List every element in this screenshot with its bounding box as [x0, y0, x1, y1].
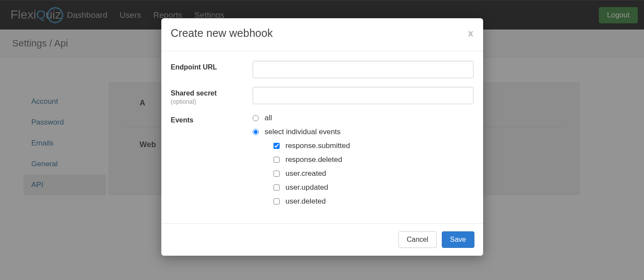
row-events: Events all select individual events resp…	[171, 114, 474, 211]
secret-optional-text: (optional)	[171, 98, 253, 105]
modal-overlay: Create new webhook x Endpoint URL Shared…	[0, 0, 644, 280]
secret-label-text: Shared secret	[171, 89, 217, 97]
events-radio-individual[interactable]: select individual events	[253, 128, 474, 136]
create-webhook-modal: Create new webhook x Endpoint URL Shared…	[161, 18, 483, 256]
event-user-deleted[interactable]: user.deleted	[274, 197, 474, 206]
event-response-submitted[interactable]: response.submitted	[274, 142, 474, 150]
secret-label: Shared secret (optional)	[171, 87, 253, 105]
events-radio-individual-label: select individual events	[265, 128, 341, 136]
event-user-updated-label: user.updated	[286, 183, 328, 192]
events-radio-individual-input[interactable]	[253, 129, 259, 135]
event-user-created-checkbox[interactable]	[274, 171, 280, 177]
modal-footer: Cancel Save	[161, 223, 483, 256]
save-button[interactable]: Save	[442, 231, 474, 248]
endpoint-url-input[interactable]	[253, 61, 474, 78]
shared-secret-input[interactable]	[253, 87, 474, 104]
endpoint-label: Endpoint URL	[171, 61, 253, 78]
events-radio-all-label: all	[265, 114, 272, 122]
event-response-deleted[interactable]: response.deleted	[274, 155, 474, 164]
cancel-button[interactable]: Cancel	[398, 231, 437, 248]
modal-header: Create new webhook x	[161, 18, 483, 51]
event-response-deleted-label: response.deleted	[286, 155, 342, 164]
modal-body: Endpoint URL Shared secret (optional) Ev…	[161, 51, 483, 223]
event-user-created-label: user.created	[286, 169, 327, 178]
events-label: Events	[171, 114, 253, 211]
events-radio-all[interactable]: all	[253, 114, 474, 122]
event-user-updated-checkbox[interactable]	[274, 184, 280, 191]
row-endpoint: Endpoint URL	[171, 61, 474, 78]
event-response-submitted-checkbox[interactable]	[274, 143, 280, 149]
event-response-deleted-checkbox[interactable]	[274, 157, 280, 163]
row-secret: Shared secret (optional)	[171, 87, 474, 105]
event-user-deleted-label: user.deleted	[286, 197, 326, 206]
events-radio-all-input[interactable]	[253, 115, 259, 121]
modal-title: Create new webhook	[171, 27, 273, 40]
event-response-submitted-label: response.submitted	[286, 142, 350, 150]
events-checklist: response.submitted response.deleted user…	[274, 142, 474, 206]
modal-close-button[interactable]: x	[468, 29, 473, 38]
event-user-deleted-checkbox[interactable]	[274, 198, 280, 204]
event-user-created[interactable]: user.created	[274, 169, 474, 178]
event-user-updated[interactable]: user.updated	[274, 183, 474, 192]
